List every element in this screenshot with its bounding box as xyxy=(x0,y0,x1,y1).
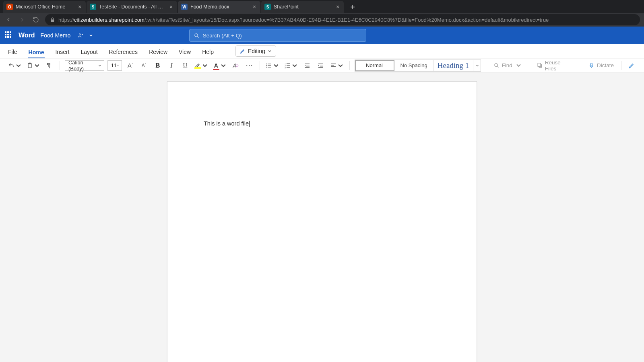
close-tab-icon[interactable]: × xyxy=(168,4,174,10)
app-name[interactable]: Word xyxy=(19,32,35,39)
word-favicon-icon: W xyxy=(181,4,188,10)
reload-button[interactable] xyxy=(31,15,40,24)
mode-switcher-button[interactable]: Editing xyxy=(235,45,276,57)
svg-rect-13 xyxy=(287,65,290,66)
new-tab-button[interactable]: + xyxy=(347,2,358,13)
svg-point-1 xyxy=(194,33,198,37)
grow-font-button[interactable]: A˄ xyxy=(125,60,136,71)
document-body-text[interactable]: This is a word file xyxy=(204,120,249,127)
separator xyxy=(581,61,581,70)
pen-icon xyxy=(628,62,635,69)
close-tab-icon[interactable]: × xyxy=(252,4,257,10)
close-tab-icon[interactable]: × xyxy=(77,4,83,10)
ribbon-tab-view[interactable]: View xyxy=(178,46,192,58)
ribbon-tab-references[interactable]: References xyxy=(108,46,139,58)
svg-rect-25 xyxy=(331,65,334,65)
clear-formatting-button[interactable]: A◇ xyxy=(231,60,241,71)
style-heading-1[interactable]: Heading 1 xyxy=(434,60,473,71)
suite-bar: Word Food Memo Search (Alt + Q) xyxy=(0,27,644,44)
svg-rect-23 xyxy=(318,67,323,68)
tab-title: Microsoft Office Home xyxy=(16,4,74,10)
separator xyxy=(260,61,260,70)
ribbon-tab-help[interactable]: Help xyxy=(201,46,215,58)
document-name[interactable]: Food Memo xyxy=(41,32,71,39)
back-button[interactable] xyxy=(4,15,13,24)
font-size-select[interactable]: 11 xyxy=(107,60,122,71)
browser-tab[interactable]: S TestSite - Documents - All Docu… × xyxy=(87,1,177,13)
chevron-down-icon xyxy=(34,62,40,69)
browser-tab-active[interactable]: W Food Memo.docx × xyxy=(178,1,260,13)
svg-rect-21 xyxy=(320,65,323,65)
svg-rect-24 xyxy=(331,64,336,64)
svg-point-27 xyxy=(494,64,497,67)
ribbon-tab-review[interactable]: Review xyxy=(148,46,168,58)
share-chevron-icon[interactable] xyxy=(89,33,93,37)
find-button[interactable]: Find xyxy=(491,62,524,68)
svg-point-8 xyxy=(266,66,267,67)
align-button[interactable] xyxy=(329,60,345,71)
svg-rect-18 xyxy=(306,66,310,66)
reuse-files-button[interactable]: Reuse Files xyxy=(534,60,576,72)
svg-rect-17 xyxy=(306,65,310,65)
forward-button[interactable] xyxy=(18,15,27,24)
share-indicator-icon[interactable] xyxy=(78,33,83,38)
editor-button[interactable] xyxy=(626,60,637,71)
font-size-value: 11 xyxy=(111,62,117,68)
chevron-down-icon xyxy=(98,64,101,67)
ribbon-tab-insert[interactable]: Insert xyxy=(54,46,70,58)
document-page[interactable]: This is a word file xyxy=(167,81,477,362)
svg-rect-11 xyxy=(287,63,290,64)
undo-button[interactable] xyxy=(7,60,23,71)
numbering-button[interactable]: 123 xyxy=(283,60,299,71)
browser-tab[interactable]: S SharePoint × xyxy=(261,1,344,13)
svg-rect-29 xyxy=(591,63,592,66)
shrink-font-button[interactable]: A˅ xyxy=(139,60,149,71)
svg-rect-26 xyxy=(331,66,336,66)
style-normal[interactable]: Normal xyxy=(355,60,394,71)
search-icon xyxy=(493,62,500,68)
paste-button[interactable] xyxy=(26,60,41,71)
separator xyxy=(486,61,486,70)
svg-point-4 xyxy=(266,63,267,64)
svg-rect-20 xyxy=(318,64,323,64)
font-name-select[interactable]: Calibri (Body) xyxy=(65,60,104,71)
files-icon xyxy=(537,62,543,68)
ribbon-tabs: File Home Insert Layout References Revie… xyxy=(0,44,644,59)
indent-icon xyxy=(318,62,324,69)
url-text: https://citizenbuilders.sharepoint.com/:… xyxy=(58,17,549,23)
lock-icon xyxy=(50,17,55,23)
separator xyxy=(60,61,60,70)
browser-address-bar: https://citizenbuilders.sharepoint.com/:… xyxy=(0,13,644,27)
search-input[interactable]: Search (Alt + Q) xyxy=(189,29,366,42)
styles-more-button[interactable] xyxy=(473,60,481,71)
url-input[interactable]: https://citizenbuilders.sharepoint.com/:… xyxy=(45,14,640,25)
font-color-button[interactable]: A xyxy=(212,60,227,71)
browser-tab[interactable]: O Microsoft Office Home × xyxy=(3,1,86,13)
document-canvas[interactable]: This is a word file xyxy=(0,72,644,362)
close-tab-icon[interactable]: × xyxy=(335,4,341,10)
app-launcher-button[interactable] xyxy=(5,31,13,39)
dictate-button[interactable]: Dictate xyxy=(586,62,616,68)
increase-indent-button[interactable] xyxy=(316,60,326,71)
highlight-button[interactable] xyxy=(194,60,209,71)
more-formatting-button[interactable]: ··· xyxy=(244,60,255,71)
microphone-icon xyxy=(588,62,594,68)
svg-rect-22 xyxy=(320,66,323,66)
align-left-icon xyxy=(330,62,336,69)
chevron-down-icon xyxy=(291,62,298,69)
ribbon-tab-home[interactable]: Home xyxy=(28,47,45,59)
svg-point-0 xyxy=(79,34,81,35)
svg-rect-7 xyxy=(268,65,271,66)
outdent-icon xyxy=(304,62,310,69)
ribbon-tab-file[interactable]: File xyxy=(7,46,18,58)
chevron-down-icon xyxy=(273,62,279,69)
bold-button[interactable]: B xyxy=(153,60,163,71)
underline-button[interactable]: U xyxy=(180,60,190,71)
decrease-indent-button[interactable] xyxy=(302,60,312,71)
ribbon-tab-layout[interactable]: Layout xyxy=(80,46,98,58)
separator xyxy=(621,61,621,70)
style-no-spacing[interactable]: No Spacing xyxy=(394,60,434,71)
bullets-button[interactable] xyxy=(265,60,280,71)
italic-button[interactable]: I xyxy=(166,60,177,71)
format-painter-button[interactable] xyxy=(44,60,55,71)
